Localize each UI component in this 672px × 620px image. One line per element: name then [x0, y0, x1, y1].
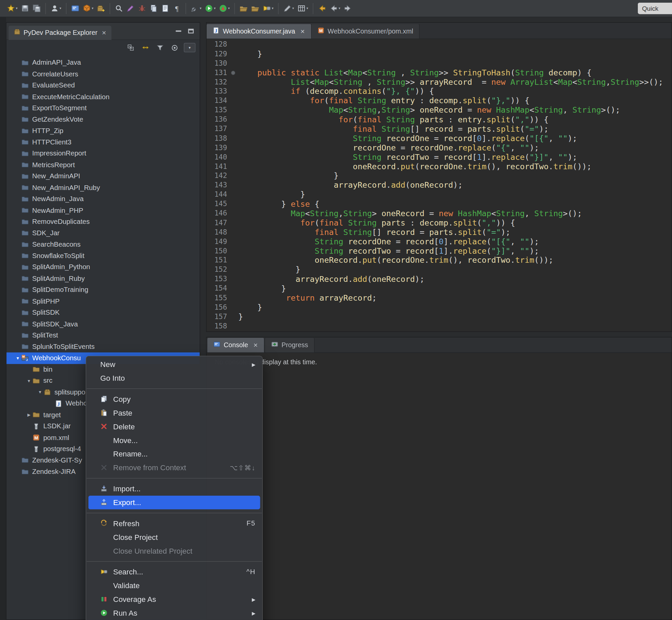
- code-line: 140 String recordTwo = record[1].replace…: [207, 153, 672, 162]
- dropdown-caret-icon[interactable]: ▾: [228, 6, 230, 10]
- collapse-arrow-icon[interactable]: ▼: [14, 356, 21, 360]
- menu-item-paste[interactable]: Paste: [86, 406, 262, 420]
- tree-item-splitsdk-java[interactable]: SplitSDK_Java: [6, 318, 200, 330]
- open-project-icon[interactable]: [249, 2, 261, 15]
- tree-item-searchbeacons[interactable]: SearchBeacons: [6, 239, 200, 250]
- menu-item-export[interactable]: Export...: [89, 496, 260, 509]
- expand-arrow-icon[interactable]: ▶: [25, 413, 33, 417]
- tree-item-newadmin-php[interactable]: NewAdmin_PHP: [6, 205, 200, 216]
- close-icon[interactable]: ✕: [253, 342, 258, 348]
- console-view-icon[interactable]: [69, 2, 81, 15]
- tree-item-splitsdk[interactable]: SplitSDK: [6, 307, 200, 318]
- dropdown-caret-icon[interactable]: ▾: [92, 6, 94, 10]
- external-tools-icon[interactable]: ▾: [189, 2, 203, 15]
- last-edit-location-icon[interactable]: [316, 2, 328, 15]
- tree-item-splitdemotraining[interactable]: SplitDemoTraining: [6, 284, 200, 296]
- dropdown-caret-icon[interactable]: ▾: [200, 6, 201, 10]
- tree-item-splitadmin-ruby[interactable]: SplitAdmin_Ruby: [6, 273, 200, 284]
- tree-item-httpclient3[interactable]: HTTPClient3: [6, 137, 200, 148]
- tree-item-snowflaketosplit[interactable]: SnowflakeToSplit: [6, 250, 200, 261]
- tab-progress[interactable]: Progress: [265, 338, 315, 352]
- dropdown-caret-icon[interactable]: ▾: [272, 6, 273, 10]
- menu-item-search[interactable]: Search...^H: [86, 565, 262, 579]
- run-icon[interactable]: ▾: [203, 2, 217, 15]
- menu-item-go-into[interactable]: Go Into: [86, 371, 262, 385]
- code-editor[interactable]: 128129 }130131 public static List<Map<St…: [207, 39, 672, 332]
- dropdown-caret-icon[interactable]: ▾: [60, 6, 61, 10]
- tab-webhookconsumer-java[interactable]: JWebhookConsumer.java✕: [207, 24, 312, 39]
- tree-item-correlateusers[interactable]: CorrelateUsers: [6, 68, 200, 80]
- tab-webhookconsumer-pom-xml[interactable]: MWebhookConsumer/pom.xml: [311, 24, 419, 39]
- tree-item-sdk-jar[interactable]: SDK_Jar: [6, 227, 200, 239]
- dropdown-caret-icon[interactable]: ▾: [214, 6, 215, 10]
- menu-item-copy[interactable]: Copy: [86, 393, 262, 406]
- link-editor-icon[interactable]: [140, 43, 151, 52]
- menu-item-remove-from-context[interactable]: Remove from Context⌥⇧⌘↓: [86, 461, 262, 474]
- report-icon[interactable]: [160, 2, 171, 15]
- tree-item-exporttosegment[interactable]: ExportToSegment: [6, 103, 200, 114]
- maven-build-icon[interactable]: ▾: [81, 2, 95, 15]
- menu-item-coverage-as[interactable]: Coverage As▶: [86, 592, 262, 606]
- menu-item-new[interactable]: New▶: [86, 358, 262, 371]
- dropdown-caret-icon[interactable]: ▾: [339, 6, 340, 10]
- tree-item-newadmin-java[interactable]: NewAdmin_Java: [6, 193, 200, 205]
- tree-item-removeduplicates[interactable]: RemoveDuplicates: [6, 216, 200, 227]
- show-whitespace-icon[interactable]: ¶: [171, 2, 183, 15]
- focus-icon[interactable]: [169, 43, 179, 52]
- tree-item-metricsreport[interactable]: MetricsReport: [6, 159, 200, 170]
- save-icon[interactable]: [19, 2, 31, 15]
- menu-item-refresh[interactable]: RefreshF5: [86, 517, 262, 530]
- minimize-icon[interactable]: [176, 31, 181, 32]
- tree-item-adminapi-java[interactable]: AdminAPI_Java: [6, 57, 200, 68]
- menu-item-move[interactable]: Move...: [86, 433, 262, 447]
- forward-icon[interactable]: [342, 2, 354, 15]
- outline-icon[interactable]: ▾: [296, 2, 310, 15]
- collapse-all-icon[interactable]: [126, 43, 136, 52]
- menu-item-import[interactable]: Import...: [86, 482, 262, 496]
- tab-package-explorer[interactable]: PyDev Package Explorer ✕: [9, 25, 112, 40]
- tree-item-impressionreport[interactable]: ImpressionReport: [6, 148, 200, 159]
- back-icon[interactable]: ▾: [328, 2, 342, 15]
- annotation-icon[interactable]: ▾: [282, 2, 296, 15]
- menu-item-run-as[interactable]: Run As▶: [86, 606, 262, 620]
- search-references-icon[interactable]: [113, 2, 125, 15]
- new-package-icon[interactable]: [95, 2, 107, 15]
- new-wizard-icon[interactable]: ▾: [5, 2, 19, 15]
- dropdown-caret-icon[interactable]: ▾: [306, 6, 308, 10]
- dropdown-caret-icon[interactable]: ▾: [16, 6, 17, 10]
- filter-icon[interactable]: [155, 43, 165, 52]
- convert-icon[interactable]: [148, 2, 160, 15]
- maximize-icon[interactable]: [188, 29, 194, 34]
- tree-item-new-adminapi[interactable]: New_AdminAPI: [6, 170, 200, 182]
- code-text: }: [238, 265, 300, 274]
- user-profile-icon[interactable]: ▾: [49, 2, 63, 15]
- menu-item-validate[interactable]: Validate: [86, 579, 262, 592]
- menu-item-rename[interactable]: Rename...: [86, 447, 262, 461]
- menu-item-close-unrelated-project[interactable]: Close Unrelated Project: [86, 544, 262, 558]
- close-icon[interactable]: ✕: [300, 28, 305, 35]
- quick-access-input[interactable]: Quick: [638, 3, 672, 14]
- close-icon[interactable]: ✕: [102, 30, 107, 36]
- tree-item-new-adminapi-ruby[interactable]: New_AdminAPI_Ruby: [6, 182, 200, 193]
- tree-item-http-zip[interactable]: HTTP_Zip: [6, 125, 200, 137]
- flashlight-icon[interactable]: ▾: [261, 2, 275, 15]
- bug-icon[interactable]: [136, 2, 148, 15]
- tree-item-splitadmin-python[interactable]: SplitAdmin_Python: [6, 261, 200, 273]
- tab-console[interactable]: Console✕: [207, 338, 264, 352]
- tree-item-splitphp[interactable]: SplitPHP: [6, 296, 200, 307]
- view-menu-icon[interactable]: ▾: [184, 43, 195, 52]
- profile-icon[interactable]: ▾: [217, 2, 231, 15]
- tree-item-evaluateseed[interactable]: EvaluateSeed: [6, 80, 200, 91]
- tree-item-splittest[interactable]: SplitTest: [6, 330, 200, 341]
- dropdown-caret-icon[interactable]: ▾: [292, 6, 294, 10]
- paintbrush-icon[interactable]: [125, 2, 136, 15]
- menu-item-close-project[interactable]: Close Project: [86, 530, 262, 544]
- tree-item-getzendeskvote[interactable]: GetZendeskVote: [6, 114, 200, 125]
- collapse-arrow-icon[interactable]: ▼: [37, 390, 44, 395]
- collapse-arrow-icon[interactable]: ▼: [25, 378, 33, 383]
- save-all-icon[interactable]: [31, 2, 43, 15]
- open-folder-icon[interactable]: [238, 2, 249, 15]
- menu-item-delete[interactable]: Delete: [86, 420, 262, 433]
- tree-item-executemetriccalculation[interactable]: ExecuteMetricCalculation: [6, 91, 200, 103]
- tree-item-splunktosplitevents[interactable]: SplunkToSplitEvents: [6, 341, 200, 353]
